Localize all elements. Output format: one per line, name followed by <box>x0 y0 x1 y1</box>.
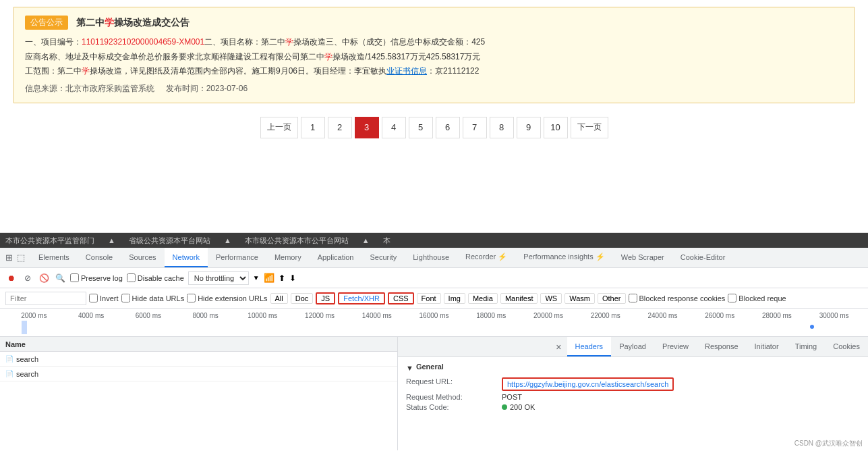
type-img-button[interactable]: Img <box>444 293 465 304</box>
request-list: Name 📄 search 📄 search <box>0 337 398 450</box>
hide-extension-urls-checkbox[interactable]: Hide extension URLs <box>187 294 267 302</box>
type-media-button[interactable]: Media <box>468 293 498 304</box>
status-code-label: Status Code: <box>406 403 494 411</box>
request-url-row: Request URL: https://ggzyfw.beijing.gov.… <box>406 377 860 391</box>
request-name-1: search <box>16 355 38 363</box>
type-all-button[interactable]: All <box>270 293 288 304</box>
upload-icon[interactable]: ⬆ <box>279 273 285 283</box>
detail-tab-cookies[interactable]: Cookies <box>825 337 868 356</box>
tab-memory[interactable]: Memory <box>266 248 310 267</box>
download-icon[interactable]: ⬇ <box>289 273 296 283</box>
timeline-label-12000: 12000 ms <box>291 312 349 319</box>
page-10-button[interactable]: 10 <box>544 117 568 138</box>
throttle-select[interactable]: No throttling <box>188 271 249 285</box>
type-fetch-xhr-button[interactable]: Fetch/XHR <box>338 292 385 304</box>
clear-button[interactable]: 🚫 <box>38 272 50 284</box>
status-code-row: Status Code: 200 OK <box>406 403 860 411</box>
timeline-label-22000: 22000 ms <box>577 312 634 319</box>
request-url-label: Request URL: <box>406 377 494 391</box>
type-other-button[interactable]: Other <box>598 293 626 304</box>
tab-performance[interactable]: Performance <box>208 248 266 267</box>
tab-cookie-editor[interactable]: Cookie-Editor <box>672 248 734 267</box>
tab-elements[interactable]: Elements <box>30 248 78 267</box>
timeline-label-30000: 30000 ms <box>805 312 863 319</box>
blocked-response-checkbox[interactable]: Blocked response cookies <box>629 294 726 302</box>
announcement-box: 公告公示 第二中学操场改造成交公告 一、项目编号：110119232102000… <box>13 7 855 103</box>
request-row-1[interactable]: 📄 search <box>0 352 397 367</box>
page-7-button[interactable]: 7 <box>463 117 487 138</box>
page-5-button[interactable]: 5 <box>409 117 433 138</box>
prev-page-button[interactable]: 上一页 <box>260 117 298 138</box>
devtools-bar-item-3: 省级公共资源本平台网站 <box>129 236 210 246</box>
blocked-requests-checkbox[interactable]: Blocked reque <box>728 294 786 302</box>
detail-tabs: × Headers Payload Preview Response Initi… <box>398 337 868 357</box>
request-icon-1: 📄 <box>5 355 13 363</box>
detail-tab-headers[interactable]: Headers <box>567 337 612 356</box>
timeline-label-16000: 16000 ms <box>405 312 463 319</box>
timeline-dot <box>810 325 814 329</box>
type-css-button[interactable]: CSS <box>388 292 414 304</box>
page-9-button[interactable]: 9 <box>517 117 541 138</box>
pagination: 上一页 1 2 3 4 5 6 7 8 9 10 下一页 <box>13 117 855 138</box>
tab-network[interactable]: Network <box>165 248 208 267</box>
devtools-icons: ⊞ ⬚ <box>0 248 30 267</box>
timeline-label-26000: 26000 ms <box>691 312 749 319</box>
stop-button[interactable]: ⊘ <box>22 272 34 284</box>
request-row-2[interactable]: 📄 search <box>0 367 397 381</box>
tab-lighthouse[interactable]: Lighthouse <box>405 248 457 267</box>
browser-content: 公告公示 第二中学操场改造成交公告 一、项目编号：110119232102000… <box>0 0 868 233</box>
type-wasm-button[interactable]: Wasm <box>565 293 595 304</box>
request-method-label: Request Method: <box>406 393 494 401</box>
page-1-button[interactable]: 1 <box>301 117 325 138</box>
throttle-arrow: ▼ <box>253 274 260 282</box>
tab-application[interactable]: Application <box>310 248 362 267</box>
request-method-value: POST <box>502 393 522 401</box>
next-page-button[interactable]: 下一页 <box>571 117 608 138</box>
filter-input[interactable] <box>5 292 86 305</box>
page-2-button[interactable]: 2 <box>328 117 352 138</box>
devtools-icon-2[interactable]: ⬚ <box>17 253 25 263</box>
detail-tab-payload[interactable]: Payload <box>611 337 654 356</box>
devtools-bar: 本市公共资源本平监管部门 ▲ 省级公共资源本平台网站 ▲ 本市级公共资源本市公平… <box>0 233 868 248</box>
announcement-title: 第二中学操场改造成交公告 <box>76 17 190 29</box>
general-collapse-icon: ▼ <box>406 364 413 372</box>
timeline: 2000 ms 4000 ms 6000 ms 8000 ms 10000 ms… <box>0 309 868 337</box>
devtools-bar-item-5: 本市级公共资源本市公平台网站 <box>245 236 349 246</box>
type-doc-button[interactable]: Doc <box>291 293 314 304</box>
search-icon[interactable]: 🔍 <box>54 272 66 284</box>
hide-data-urls-checkbox[interactable]: Hide data URLs <box>121 294 185 302</box>
invert-checkbox[interactable]: Invert <box>89 294 119 302</box>
timeline-label-2000: 2000 ms <box>5 312 63 319</box>
tab-sources[interactable]: Sources <box>121 248 164 267</box>
detail-tab-response[interactable]: Response <box>697 337 747 356</box>
wifi-icon: 📶 <box>264 273 274 283</box>
disable-cache-checkbox[interactable]: Disable cache <box>127 273 184 282</box>
preserve-log-checkbox[interactable]: Preserve log <box>70 273 123 282</box>
type-ws-button[interactable]: WS <box>540 293 562 304</box>
detail-tab-timing[interactable]: Timing <box>787 337 826 356</box>
timeline-label-18000: 18000 ms <box>463 312 520 319</box>
devtools-bar-item-7: 本 <box>383 236 390 246</box>
timeline-label-24000: 24000 ms <box>634 312 691 319</box>
tab-performance-insights[interactable]: Performance insights ⚡ <box>515 248 612 267</box>
type-js-button[interactable]: JS <box>316 292 335 304</box>
tab-recorder[interactable]: Recorder ⚡ <box>457 248 515 267</box>
type-font-button[interactable]: Font <box>417 293 441 304</box>
tab-console[interactable]: Console <box>78 248 121 267</box>
announcement-footer: 信息来源：北京市政府采购监管系统 发布时间：2023-07-06 <box>25 83 843 95</box>
page-3-button[interactable]: 3 <box>355 117 379 138</box>
tab-security[interactable]: Security <box>361 248 405 267</box>
page-4-button[interactable]: 4 <box>382 117 406 138</box>
detail-tab-preview[interactable]: Preview <box>654 337 697 356</box>
detail-tab-initiator[interactable]: Initiator <box>747 337 787 356</box>
devtools-icon-1[interactable]: ⊞ <box>5 253 13 263</box>
tab-web-scraper[interactable]: Web Scraper <box>613 248 672 267</box>
record-button[interactable]: ⏺ <box>5 272 18 284</box>
devtools-tabs: ⊞ ⬚ Elements Console Sources Network Per… <box>0 248 868 268</box>
page-8-button[interactable]: 8 <box>490 117 514 138</box>
request-url-value[interactable]: https://ggzyfw.beijing.gov.cn/elasticsea… <box>502 377 674 391</box>
page-6-button[interactable]: 6 <box>436 117 460 138</box>
detail-panel: × Headers Payload Preview Response Initi… <box>398 337 868 450</box>
detail-close-button[interactable]: × <box>550 337 567 356</box>
type-manifest-button[interactable]: Manifest <box>500 293 538 304</box>
